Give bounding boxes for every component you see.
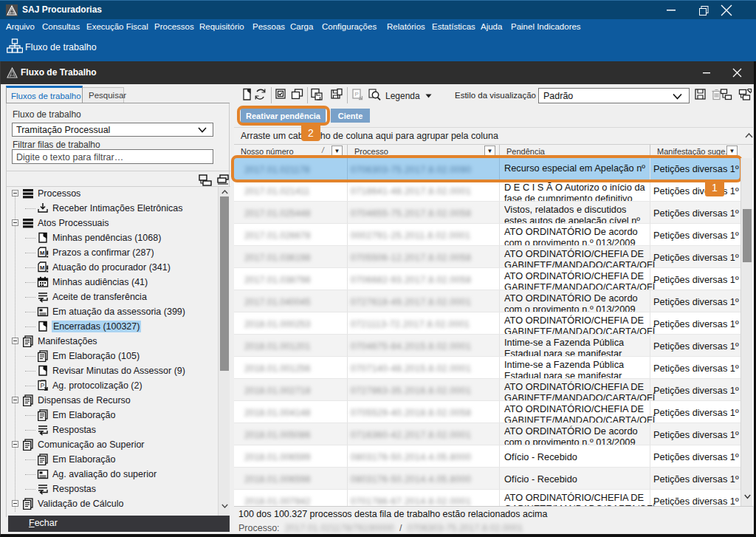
svg-text:M: M <box>40 250 44 256</box>
svg-text:P: P <box>41 382 45 389</box>
svg-text:M: M <box>40 264 44 271</box>
svg-text:P: P <box>355 91 359 98</box>
